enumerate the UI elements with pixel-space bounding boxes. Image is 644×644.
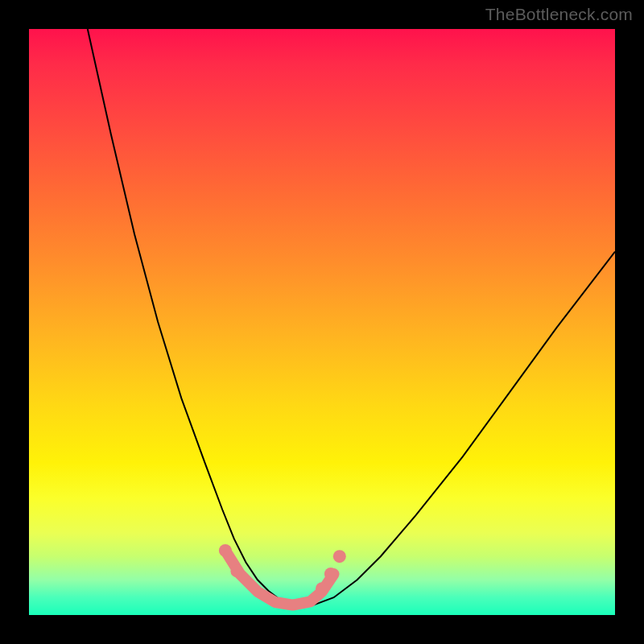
chart-stage: TheBottleneck.com xyxy=(0,0,644,644)
highlight-segment xyxy=(225,551,334,605)
plot-area xyxy=(29,29,615,615)
highlight-point-0 xyxy=(219,544,232,557)
highlight-point-4 xyxy=(333,550,346,563)
curve-svg xyxy=(29,29,615,615)
watermark-text: TheBottleneck.com xyxy=(485,5,633,24)
series-group xyxy=(88,29,615,606)
highlight-points xyxy=(219,544,346,595)
highlight-point-3 xyxy=(324,568,337,580)
curve-bottleneck-curve xyxy=(88,29,615,606)
highlight-point-1 xyxy=(230,564,243,577)
highlight-segment-path xyxy=(225,551,334,605)
highlight-point-2 xyxy=(316,582,328,595)
